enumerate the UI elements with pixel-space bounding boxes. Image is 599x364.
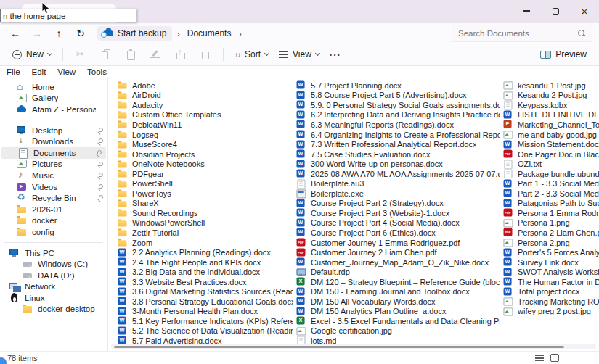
file-item[interactable]: kesandu 1 Post.jpg (502, 80, 599, 91)
file-item[interactable]: 7.3 Written Professional Analytical Repo… (296, 139, 500, 149)
file-item[interactable]: Customer_Journey_Map_Adam_O_Zik_Nike.doc… (296, 257, 500, 268)
sidebar-item-windows-c[interactable]: Windows (C:) (0, 258, 107, 270)
sidebar-item-linux[interactable]: Linux (0, 292, 107, 304)
file-item[interactable]: DM 150 All Vocabulary Words.docx (296, 297, 500, 307)
file-item[interactable]: One Pager Doc in Black and Whi (502, 149, 599, 160)
list-view-toggle-icon[interactable] (535, 354, 544, 362)
file-item[interactable]: 3.3 Website Best Practices.docx (117, 277, 293, 287)
copy-icon[interactable] (100, 49, 112, 60)
file-item[interactable]: Default.rdp (296, 267, 500, 277)
file-item[interactable]: 7.5 Case Studies Evaluation.docx (296, 149, 500, 160)
sidebar-item-home[interactable]: Home (0, 81, 107, 93)
folder-item[interactable]: PowerShell (117, 178, 293, 189)
folder-item[interactable]: Logseq (117, 130, 293, 140)
file-item[interactable]: Course Project Part 3 (Website)-1.docx (296, 208, 500, 218)
file-item[interactable]: 6.4 Organizing Insights to Create a Prof… (296, 130, 500, 140)
menu-edit[interactable]: Edit (32, 67, 46, 76)
folder-item[interactable]: ShareX (117, 199, 293, 209)
file-item[interactable]: Persona 1.png (502, 218, 599, 228)
menu-file[interactable]: File (7, 67, 20, 76)
file-item[interactable]: Marketing_Channel_Toolbox.ppt (502, 120, 599, 130)
file-item[interactable]: DM 150 - Learning Journal and Toolbox.do… (296, 286, 500, 297)
delete-icon[interactable] (199, 49, 211, 60)
sidebar-item-documents[interactable]: Documents (1, 147, 106, 159)
file-item[interactable]: 2025 08 AWA A70 ML AOA Assignments 2025 … (296, 169, 500, 179)
more-options-button[interactable]: ··· (325, 46, 346, 63)
file-item[interactable]: Google certification.jpg (296, 326, 500, 336)
file-item[interactable]: 5.9. 0 Personal Strategy Social Goals as… (296, 100, 500, 110)
folder-item[interactable]: WindowsPowerShell (117, 218, 293, 228)
horizontal-scrollbar[interactable] (111, 344, 596, 349)
file-item[interactable]: Tracking Marketing ROI_ A Visua (502, 297, 599, 307)
file-item[interactable]: DM 120 – Strategy Blueprint – Reference … (296, 277, 500, 287)
menu-tools[interactable]: Tools (87, 67, 107, 76)
preview-button[interactable]: Preview (535, 46, 592, 62)
search-input[interactable] (458, 29, 578, 38)
thumbnail-view-toggle-icon[interactable] (550, 354, 559, 362)
folder-item[interactable]: Custom Office Templates (117, 110, 293, 120)
folder-item[interactable]: PowerToys (117, 189, 293, 199)
sidebar-item-docker[interactable]: docker (0, 215, 107, 227)
file-item[interactable]: Survey Link.docx (502, 257, 599, 268)
folder-item[interactable]: Adobe (117, 80, 293, 91)
back-button[interactable]: ← (4, 28, 26, 39)
sidebar-item-docker-desktop[interactable]: docker-desktop (0, 304, 107, 315)
sidebar-item-afam-z-personal[interactable]: Afam Z - Personal (0, 104, 107, 115)
close-button[interactable]: × (570, 0, 599, 22)
file-item[interactable]: The Human Factor in Data Analy (502, 277, 599, 287)
file-item[interactable]: 6.2 Interpreting Data and Deriving Insig… (296, 110, 500, 120)
file-item[interactable]: Course Project Part 2 (Strategy).docx (296, 199, 500, 209)
paste-icon[interactable] (125, 49, 136, 60)
file-item[interactable]: Persona 2 Liam Chen.pdf (502, 228, 599, 238)
file-item[interactable]: Customer Journey 2 Liam Chen.pdf (296, 247, 500, 257)
sort-button[interactable]: ↑↓ Sort (229, 46, 274, 62)
file-item[interactable]: LISTE DEFINITIVE DES JEUNES AD (502, 110, 599, 120)
file-item[interactable]: Porter's 5 Forces Analysis.docx (502, 247, 599, 257)
file-item[interactable]: SWOT Analysis Worksheet (1).do (502, 267, 599, 277)
file-item[interactable]: Mission Statement.docx (502, 139, 599, 149)
sidebar-item-desktop[interactable]: Desktop (0, 125, 107, 136)
folder-item[interactable]: Zoom (117, 238, 293, 248)
share-icon[interactable] (174, 49, 186, 60)
sidebar-item-2026-01[interactable]: 2026-01 (0, 204, 107, 215)
search-box[interactable] (452, 25, 592, 42)
sidebar-item-gallery[interactable]: Gallery (0, 93, 107, 104)
sidebar-item-music[interactable]: Music (0, 170, 107, 181)
folder-item[interactable]: Audacity (117, 100, 293, 110)
menu-view[interactable]: View (57, 67, 76, 76)
file-item[interactable]: Course Project Part 6 (Ethics).docx (296, 228, 500, 238)
breadcrumb-documents[interactable]: Documents (184, 27, 235, 40)
file-item[interactable]: Part 1 - 3.3 Social Media and List (502, 178, 599, 189)
folder-item[interactable]: AirDroid (117, 91, 293, 101)
folder-item[interactable]: DebloatWin11 (117, 120, 293, 130)
file-item[interactable]: wifey preg 2 post.jpg (502, 307, 599, 317)
start-backup-button[interactable]: Start backup (97, 26, 172, 41)
folder-item[interactable]: PDFgear (117, 169, 293, 179)
file-item[interactable]: Customer Journey 1 Emma Rodriguez.pdf (296, 238, 500, 248)
file-item[interactable]: 5.7 Project Planning.docx (296, 80, 500, 91)
up-button[interactable]: ↑ (48, 28, 70, 39)
file-item[interactable]: Package bundle.ubundle (502, 169, 599, 179)
maximize-button[interactable] (541, 0, 570, 22)
folder-item[interactable]: MuseScore4 (117, 139, 293, 149)
file-item[interactable]: me and baby good.jpg (502, 130, 599, 140)
sidebar-item-videos[interactable]: Videos (0, 181, 107, 193)
file-item[interactable]: 5.1 Key Performance Indicators (KPIs) Re… (117, 316, 293, 326)
file-item[interactable]: Persona 2.png (502, 238, 599, 248)
file-item[interactable]: Part 2 - 3.3 Social Media and List (502, 189, 599, 199)
folder-item[interactable]: Zettlr Tutorial (117, 228, 293, 238)
forward-button[interactable]: → (26, 28, 48, 39)
file-item[interactable]: Excel - 3.5 Excel Fundamentals and Data … (296, 316, 500, 326)
rename-icon[interactable] (150, 49, 161, 60)
file-item[interactable]: OZI.txt (502, 159, 599, 169)
sidebar-item-data-d[interactable]: DATA (D:) (0, 270, 107, 281)
sidebar-item-downloads[interactable]: Downloads (0, 136, 107, 147)
sidebar-item-config[interactable]: config (0, 226, 107, 238)
file-item[interactable]: 300 Word Write-up on personas.docx (296, 159, 500, 169)
file-item[interactable]: Persona 1 Emma Rodriguez.pdf (502, 208, 599, 218)
file-item[interactable]: 2.2 Analytics Planning (Readings).docx (117, 247, 293, 257)
file-item[interactable]: Boilerplate.exe (296, 189, 500, 199)
address-bar[interactable]: Start backup › Documents › (97, 26, 452, 41)
file-item[interactable]: Boilerplate.au3 (296, 178, 500, 189)
sidebar-item-recycle-bin[interactable]: Recycle Bin (0, 192, 107, 204)
